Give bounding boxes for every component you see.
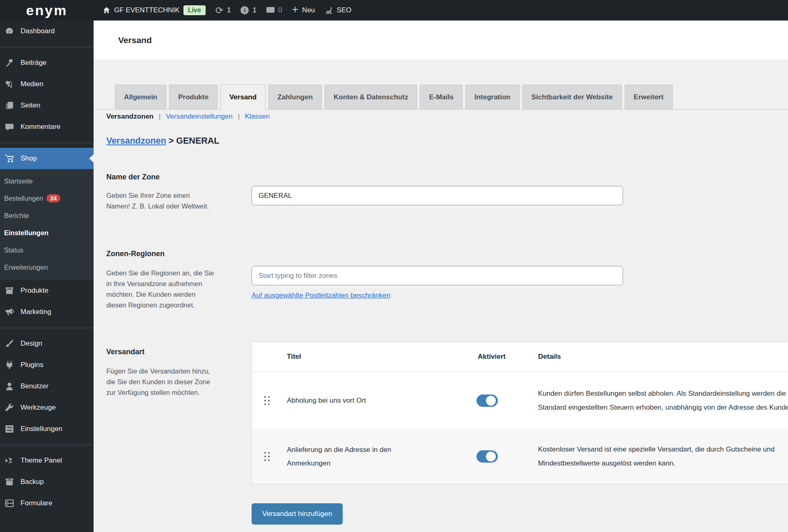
- sidebar-label: Kommentare: [21, 123, 60, 131]
- seo-menu[interactable]: SEO: [325, 6, 351, 14]
- sidebar-item-plugins[interactable]: Plugins: [0, 354, 94, 376]
- tab-integration[interactable]: Integration: [465, 85, 520, 109]
- sidebar-label: Formulare: [21, 499, 52, 507]
- zone-name-input[interactable]: [252, 186, 623, 205]
- sidebar-item-produkte[interactable]: Produkte: [0, 280, 94, 301]
- sidebar-label: Dashboard: [21, 27, 55, 35]
- method-title[interactable]: Anlieferung an die Adresse in den Anmerk…: [287, 429, 391, 484]
- column-header-aktiviert: Aktiviert: [478, 342, 506, 371]
- wrench-icon: [3, 402, 16, 413]
- sidebar-item-medien[interactable]: Medien: [0, 73, 94, 95]
- sidebar-item-dashboard[interactable]: Dashboard: [0, 21, 94, 42]
- table-header-row: Titel Aktiviert Details: [252, 342, 788, 372]
- add-shipping-method-button[interactable]: Versandart hinzufügen: [252, 503, 343, 525]
- drag-handle-icon[interactable]: [264, 452, 270, 461]
- new-content-menu[interactable]: + Neu: [292, 5, 315, 15]
- sidebar-item-seiten[interactable]: Seiten: [0, 95, 94, 116]
- shipping-subnav: Versandzonen | Versandeinstellungen | Kl…: [106, 112, 270, 121]
- sidebar-label: Medien: [21, 80, 44, 88]
- zone-regions-description: Geben Sie die Regionen an, die Sie in Ih…: [106, 268, 214, 310]
- sidebar-item-marketing[interactable]: Marketing: [0, 301, 94, 323]
- sidebar-item-theme-panel[interactable]: Theme Panel: [0, 450, 94, 471]
- admin-bar: enym GF EVENTTECHNIK Live ⟳ 1 i 1 0: [0, 0, 788, 21]
- shipping-methods-description: Fügen Sie die Versandarten hinzu, die Si…: [106, 366, 210, 398]
- sidebar-label: Plugins: [21, 361, 44, 369]
- sidebar-label: Backup: [21, 478, 44, 486]
- page-title: Versand: [118, 21, 152, 60]
- site-name-menu[interactable]: GF EVENTTECHNIK Live: [103, 5, 206, 15]
- cart-icon: [3, 153, 16, 164]
- tab-erweitert[interactable]: Erweitert: [625, 85, 673, 109]
- submenu-item-erweiterungen[interactable]: Erweiterungen: [0, 259, 94, 276]
- submenu-item-bestellungen[interactable]: Bestellungen 24: [0, 190, 94, 207]
- comment-icon: [266, 7, 275, 13]
- submenu-item-berichte[interactable]: Berichte: [0, 207, 94, 224]
- archive-box-icon: [3, 477, 16, 487]
- tab-emails[interactable]: E-Mails: [420, 85, 463, 109]
- zone-regions-heading: Zonen-Regionen: [106, 250, 165, 258]
- method-title[interactable]: Abholung bei uns vort Ort: [287, 372, 366, 429]
- sidebar-separator: [0, 323, 94, 333]
- method-enabled-toggle[interactable]: [476, 394, 498, 407]
- box-icon: [3, 285, 16, 296]
- shipping-methods-table: Titel Aktiviert Details Abholung bei uns…: [252, 342, 788, 484]
- sidebar-item-werkzeuge[interactable]: Werkzeuge: [0, 397, 94, 418]
- breadcrumb-separator: >: [169, 136, 174, 146]
- tab-sichtbarkeit[interactable]: Sichtbarkeit der Website: [522, 85, 622, 109]
- submenu-item-status[interactable]: Status: [0, 241, 94, 259]
- sidebar-label: Werkzeuge: [21, 404, 56, 412]
- updates-menu[interactable]: ⟳ 1: [215, 6, 231, 15]
- comments-menu[interactable]: 0: [266, 6, 282, 14]
- update-count: 1: [227, 6, 231, 14]
- tab-versand[interactable]: Versand: [220, 85, 266, 110]
- sidebar-separator: [0, 440, 94, 450]
- column-header-titel: Titel: [287, 342, 301, 371]
- submenu-item-startseite[interactable]: Startseite: [0, 172, 94, 190]
- tab-allgemein[interactable]: Allgemein: [115, 85, 166, 109]
- sidebar-item-einstellungen[interactable]: Einstellungen: [0, 418, 94, 440]
- orders-count-badge: 24: [46, 194, 60, 202]
- sidebar-item-kommentare[interactable]: Kommentare: [0, 116, 94, 138]
- sidebar-item-formulare[interactable]: Formulare: [0, 493, 94, 514]
- comment-icon: [3, 122, 16, 132]
- sidebar-item-shop[interactable]: Shop: [0, 148, 94, 169]
- subnav-versandeinstellungen[interactable]: Versandeinstellungen: [166, 112, 233, 120]
- limit-postcodes-link[interactable]: Auf ausgewählte Postleitzahlen beschränk…: [252, 291, 390, 300]
- sidebar-separator: [0, 42, 94, 52]
- sidebar-label: Seiten: [21, 101, 40, 110]
- settings-body: Allgemein Produkte Versand Zahlungen Kon…: [94, 60, 788, 532]
- tab-konten-datenschutz[interactable]: Konten & Datenschutz: [325, 85, 417, 109]
- brush-icon: [3, 338, 16, 349]
- zone-name-description: Geben Sie Ihrer Zone einen Namen! Z. B. …: [106, 190, 209, 211]
- shop-submenu: Startseite Bestellungen 24 Berichte Eins…: [0, 169, 94, 280]
- zone-regions-filter-input[interactable]: [252, 266, 623, 285]
- page-header: Versand: [94, 21, 788, 60]
- comment-count: 0: [278, 6, 282, 14]
- sidebar-item-backup[interactable]: Backup: [0, 471, 94, 493]
- live-badge: Live: [183, 5, 206, 15]
- subnav-klassen[interactable]: Klassen: [245, 112, 270, 120]
- enym-logo[interactable]: enym: [0, 2, 94, 18]
- sidebar-label: Beiträge: [21, 59, 46, 67]
- sidebar-item-benutzer[interactable]: Benutzer: [0, 376, 94, 397]
- drag-handle-icon[interactable]: [264, 396, 270, 405]
- notifications-menu[interactable]: i 1: [241, 6, 256, 14]
- plus-icon: +: [292, 4, 298, 15]
- breadcrumb-versandzonen-link[interactable]: Versandzonen: [106, 136, 166, 146]
- sidebar-item-design[interactable]: Design: [0, 333, 94, 354]
- seo-label: SEO: [337, 6, 351, 14]
- media-icon: [3, 79, 16, 89]
- tab-zahlungen[interactable]: Zahlungen: [268, 85, 322, 109]
- content-area: Versand Allgemein Produkte Versand Zahlu…: [94, 21, 788, 532]
- megaphone-icon: [3, 307, 16, 317]
- sidebar-label: Marketing: [21, 308, 51, 316]
- sidebar-label: Design: [21, 339, 42, 348]
- method-enabled-toggle[interactable]: [476, 450, 498, 463]
- subnav-versandzonen[interactable]: Versandzonen: [106, 112, 153, 120]
- sidebar-item-beitraege[interactable]: Beiträge: [0, 52, 94, 73]
- info-count: 1: [252, 6, 256, 14]
- sidebar-separator: [0, 138, 94, 148]
- table-row: Abholung bei uns vort Ort Kunden dürfen …: [252, 372, 788, 429]
- submenu-item-einstellungen[interactable]: Einstellungen: [0, 224, 94, 241]
- tab-produkte[interactable]: Produkte: [169, 85, 218, 109]
